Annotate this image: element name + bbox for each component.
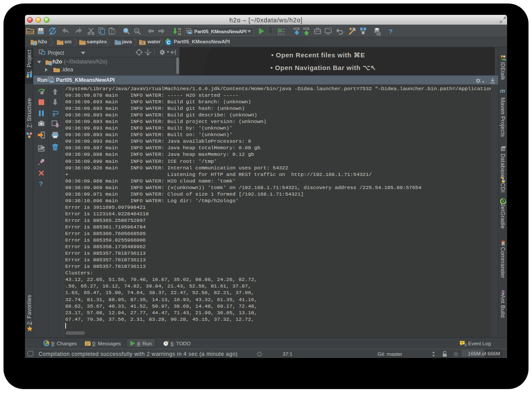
svg-text:?: ? xyxy=(389,28,393,35)
svg-text:VCS: VCS xyxy=(294,27,300,30)
svg-text:VCS: VCS xyxy=(303,27,310,30)
svg-text:?: ? xyxy=(39,180,43,187)
svg-text:01: 01 xyxy=(178,33,182,36)
svg-text:A: A xyxy=(136,29,138,33)
svg-text:C: C xyxy=(167,40,170,45)
svg-text:2: 2 xyxy=(465,343,467,347)
